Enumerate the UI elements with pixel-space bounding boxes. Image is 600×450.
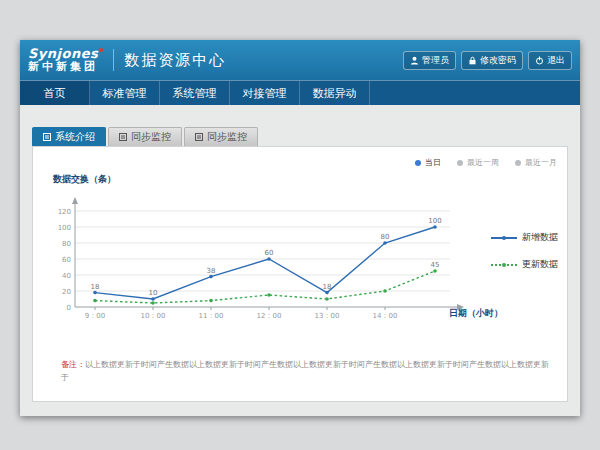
legend-item-new-data-label: 新增数据 [522, 231, 558, 244]
tab-bar: 系统介绍 同步监控 同步监控 [32, 127, 258, 146]
nav-item-system-mgmt[interactable]: 系统管理 [160, 81, 230, 105]
legend-marker-icon [502, 263, 506, 267]
tab-sync-monitor-2[interactable]: 同步监控 [184, 127, 258, 146]
svg-text:100: 100 [428, 217, 441, 225]
footnote-label: 备注： [61, 360, 85, 369]
svg-text:0: 0 [67, 304, 71, 312]
power-icon [535, 56, 544, 65]
lock-icon [468, 56, 477, 65]
nav-item-integration-mgmt[interactable]: 对接管理 [230, 81, 300, 105]
y-axis-title: 数据交换（条） [53, 173, 116, 186]
svg-text:10: 10 [149, 289, 158, 297]
list-icon [195, 133, 203, 141]
main-nav: 首页 标准管理 系统管理 对接管理 数据异动 [20, 80, 580, 105]
change-password-button[interactable]: 修改密码 [461, 51, 523, 70]
svg-text:10：00: 10：00 [141, 312, 166, 320]
logo-text-cn: 新中新集团 [28, 61, 103, 73]
svg-text:18: 18 [91, 283, 100, 291]
svg-text:100: 100 [58, 224, 71, 232]
app-title: 数据资源中心 [124, 51, 226, 70]
app-header: Synjones 新中新集团 数据资源中心 管理员 修改密码 退出 [20, 40, 580, 80]
svg-text:38: 38 [207, 267, 216, 275]
nav-item-standard-mgmt[interactable]: 标准管理 [90, 81, 160, 105]
filter-last-month-label: 最近一月 [525, 157, 557, 168]
series-legend: 新增数据 更新数据 [491, 231, 558, 271]
svg-text:20: 20 [62, 288, 71, 296]
svg-text:12：00: 12：00 [257, 312, 282, 320]
svg-text:80: 80 [62, 240, 71, 248]
logout-button-label: 退出 [547, 54, 565, 67]
app-window: Synjones 新中新集团 数据资源中心 管理员 修改密码 退出 [20, 40, 580, 416]
tab-sync-monitor-1-label: 同步监控 [131, 130, 171, 144]
chart-panel: 当日 最近一周 最近一月 数据交换（条） 0204060801001209：00… [32, 146, 568, 402]
admin-button[interactable]: 管理员 [403, 51, 456, 70]
logo-text-en: Synjones [28, 47, 103, 61]
legend-line-sample [491, 237, 517, 239]
svg-text:9：00: 9：00 [85, 312, 105, 320]
filter-dot-icon [515, 160, 521, 166]
filter-last-month[interactable]: 最近一月 [515, 157, 557, 168]
svg-text:13：00: 13：00 [315, 312, 340, 320]
filter-dot-icon [415, 160, 421, 166]
filter-last-week-label: 最近一周 [467, 157, 499, 168]
screen-background: Synjones 新中新集团 数据资源中心 管理员 修改密码 退出 [0, 0, 600, 450]
legend-item-update-data-label: 更新数据 [522, 258, 558, 271]
filter-today[interactable]: 当日 [415, 157, 441, 168]
nav-item-data-changes[interactable]: 数据异动 [300, 81, 370, 105]
tab-system-intro-label: 系统介绍 [55, 130, 95, 144]
svg-text:60: 60 [62, 256, 71, 264]
filter-dot-icon [457, 160, 463, 166]
svg-text:18: 18 [323, 283, 332, 291]
user-icon [410, 56, 419, 65]
list-icon [119, 133, 127, 141]
svg-text:45: 45 [431, 261, 440, 269]
filter-last-week[interactable]: 最近一周 [457, 157, 499, 168]
svg-text:80: 80 [381, 233, 390, 241]
logo-red-dot [99, 48, 103, 52]
logo-text-en-label: Synjones [28, 46, 98, 61]
tab-sync-monitor-2-label: 同步监控 [207, 130, 247, 144]
filter-today-label: 当日 [425, 157, 441, 168]
legend-item-update-data[interactable]: 更新数据 [491, 258, 558, 271]
nav-item-home[interactable]: 首页 [20, 81, 90, 105]
chart-filter-legend: 当日 最近一周 最近一月 [415, 157, 557, 168]
legend-line-sample [491, 264, 517, 266]
svg-text:40: 40 [62, 272, 71, 280]
tab-system-intro[interactable]: 系统介绍 [32, 127, 106, 146]
logout-button[interactable]: 退出 [528, 51, 572, 70]
legend-item-new-data[interactable]: 新增数据 [491, 231, 558, 244]
footnote-text: 以上数据更新于时间产生数据以上数据更新于时间产生数据以上数据更新于时间产生数据以… [61, 360, 549, 382]
tab-sync-monitor-1[interactable]: 同步监控 [108, 127, 182, 146]
legend-marker-icon [502, 236, 506, 240]
svg-text:14：00: 14：00 [373, 312, 398, 320]
footnote: 备注：以上数据更新于时间产生数据以上数据更新于时间产生数据以上数据更新于时间产生… [61, 359, 549, 385]
svg-text:11：00: 11：00 [199, 312, 224, 320]
company-logo: Synjones 新中新集团 [28, 47, 103, 73]
change-password-button-label: 修改密码 [480, 54, 516, 67]
svg-text:120: 120 [58, 208, 71, 216]
content-area: 系统介绍 同步监控 同步监控 当日 [20, 105, 580, 416]
line-chart: 0204060801001209：0010：0011：0012：0013：001… [45, 193, 495, 328]
header-actions: 管理员 修改密码 退出 [403, 51, 572, 70]
list-icon [43, 133, 51, 141]
svg-text:60: 60 [265, 249, 274, 257]
x-axis-title: 日期（小时） [449, 307, 503, 320]
admin-button-label: 管理员 [422, 54, 449, 67]
header-divider [113, 49, 114, 71]
